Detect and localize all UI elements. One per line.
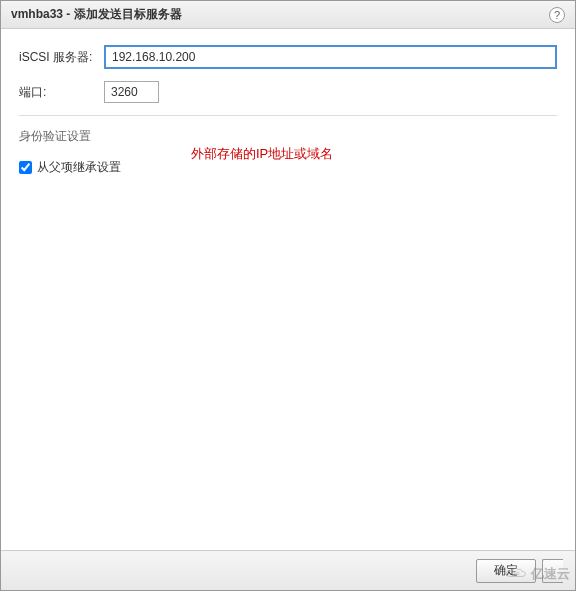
titlebar: vmhba33 - 添加发送目标服务器 ? — [1, 1, 575, 29]
auth-section: 身份验证设置 外部存储的IP地址或域名 从父项继承设置 — [19, 128, 557, 176]
dialog-footer: 确定 — [1, 550, 575, 590]
divider — [19, 115, 557, 116]
iscsi-server-label: iSCSI 服务器: — [19, 49, 104, 66]
annotation-text: 外部存储的IP地址或域名 — [191, 145, 333, 163]
dialog-add-send-target: vmhba33 - 添加发送目标服务器 ? iSCSI 服务器: 端口: 身份验… — [0, 0, 576, 591]
row-iscsi-server: iSCSI 服务器: — [19, 45, 557, 69]
port-input[interactable] — [104, 81, 159, 103]
port-label: 端口: — [19, 84, 104, 101]
ok-button[interactable]: 确定 — [476, 559, 536, 583]
cancel-button-partial[interactable] — [542, 559, 563, 583]
inherit-checkbox[interactable] — [19, 161, 32, 174]
help-icon[interactable]: ? — [549, 7, 565, 23]
row-port: 端口: — [19, 81, 557, 103]
auth-settings-header: 身份验证设置 — [19, 128, 91, 145]
inherit-label: 从父项继承设置 — [37, 159, 121, 176]
dialog-title: vmhba33 - 添加发送目标服务器 — [11, 6, 182, 23]
iscsi-server-input[interactable] — [104, 45, 557, 69]
dialog-content: iSCSI 服务器: 端口: 身份验证设置 外部存储的IP地址或域名 从父项继承… — [1, 29, 575, 550]
